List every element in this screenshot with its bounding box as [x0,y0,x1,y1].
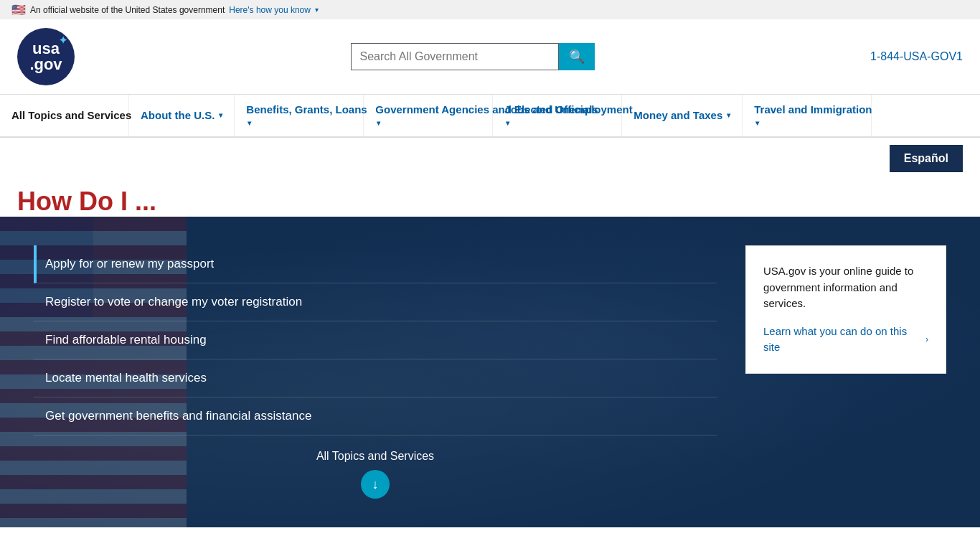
header: ✦ usa .gov 🔍 1-844-USA-GOV1 [0,19,980,95]
hero-link-housing[interactable]: Find affordable rental housing [34,321,717,359]
down-arrow-button[interactable]: ↓ [361,470,390,499]
espanol-button[interactable]: Español [890,145,963,172]
hero-content: Apply for or renew my passport Register … [17,245,963,499]
nav-label-travel: Travel and Immigration [754,103,872,116]
logo-gov-text: .gov [29,57,62,72]
nav-label-jobs: Jobs and Unemployment [504,103,632,116]
hero-card-description: USA.gov is your online guide to governme… [763,263,928,312]
how-do-i-section: How Do I ... [0,179,980,217]
phone-link[interactable]: 1-844-USA-GOV1 [870,50,963,63]
nav-item-money[interactable]: Money and Taxes ▾ [622,95,743,136]
flag-icon: 🇺🇸 [11,3,26,17]
hero-left: Apply for or renew my passport Register … [34,245,717,499]
logo-star-icon: ✦ [59,35,67,45]
nav-label-about: About the U.S. [141,109,215,122]
search-wrap: 🔍 [89,43,856,70]
hero-link-item-0: Apply for or renew my passport [34,245,717,283]
logo-wrap: ✦ usa .gov [17,28,75,85]
logo-usa-text: usa [32,41,60,57]
hero-card-arrow-icon: › [925,333,928,346]
nav-item-travel[interactable]: Travel and Immigration ▾ [743,95,872,136]
nav-chevron-jobs: ▾ [506,119,509,128]
hero-links-list: Apply for or renew my passport Register … [34,245,717,435]
hero-link-mental-health[interactable]: Locate mental health services [34,359,717,397]
nav-item-agencies[interactable]: Government Agencies and Elected Official… [364,95,493,136]
heres-how-you-know-link[interactable]: Here's how you know [229,5,311,15]
banner-chevron-icon: ▾ [315,6,319,14]
hero-card-learn-link[interactable]: Learn what you can do on this site › [763,324,928,356]
search-button[interactable]: 🔍 [559,43,595,70]
hero-card-learn-text: Learn what you can do on this site [763,324,923,356]
nav-item-about[interactable]: About the U.S. ▾ [129,95,235,136]
nav-label-money: Money and Taxes [633,109,722,122]
nav-label-all-topics: All Topics and Services [11,109,131,122]
all-topics-link[interactable]: All Topics and Services [34,450,717,463]
nav-item-benefits[interactable]: Benefits, Grants, Loans ▾ [235,95,364,136]
hero-link-item-1: Register to vote or change my voter regi… [34,283,717,321]
usagov-logo: ✦ usa .gov [17,28,75,85]
hero-link-vote[interactable]: Register to vote or change my voter regi… [34,283,717,321]
hero-link-passport[interactable]: Apply for or renew my passport [45,245,717,283]
gov-banner: 🇺🇸 An official website of the United Sta… [0,0,980,19]
nav-chevron-agencies: ▾ [377,119,380,128]
hero-link-item-2: Find affordable rental housing [34,321,717,359]
espanol-bar: Español [0,138,980,179]
hero-link-benefits[interactable]: Get government benefits and financial as… [34,397,717,435]
main-nav: All Topics and Services About the U.S. ▾… [0,95,980,138]
search-input[interactable] [351,43,559,70]
nav-item-all-topics[interactable]: All Topics and Services [0,95,129,136]
hero-card: USA.gov is your online guide to governme… [745,245,946,374]
nav-chevron-travel: ▾ [755,119,759,128]
hero-section: Apply for or renew my passport Register … [0,217,980,527]
nav-chevron-about: ▾ [219,111,222,120]
how-do-i-title: How Do I ... [17,187,963,217]
us-govt-section: U.S. Government Services and Information [0,527,980,551]
search-form: 🔍 [351,43,595,70]
nav-chevron-money: ▾ [727,111,730,120]
nav-chevron-benefits: ▾ [248,119,251,128]
hero-link-item-3: Locate mental health services [34,359,717,397]
hero-link-item-4: Get government benefits and financial as… [34,397,717,435]
nav-item-jobs[interactable]: Jobs and Unemployment ▾ [493,95,622,136]
nav-label-benefits: Benefits, Grants, Loans [246,103,367,116]
gov-banner-text: An official website of the United States… [30,5,225,15]
